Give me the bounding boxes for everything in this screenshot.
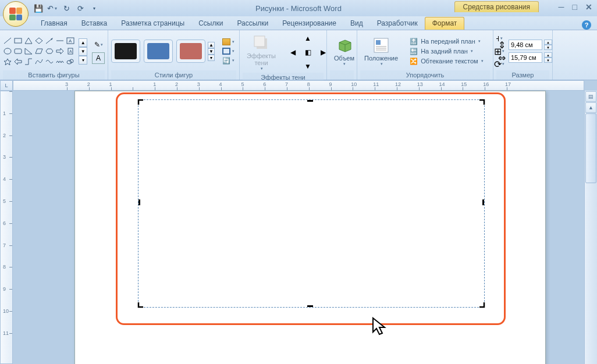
handle-bl-icon[interactable] (137, 301, 144, 308)
shape-line-icon[interactable] (3, 36, 12, 45)
shadow-effects-button[interactable]: Эффекты тени ▾ (243, 32, 280, 73)
maximize-button[interactable]: □ (573, 2, 577, 12)
text-wrap-button[interactable]: 🔀Обтекание текстом▾ (407, 56, 486, 66)
handle-tl-icon[interactable] (137, 99, 144, 106)
tab-pagelayout[interactable]: Разметка страницы (114, 17, 191, 30)
close-button[interactable]: ✕ (585, 2, 592, 12)
width-input[interactable]: 15,79 см (509, 52, 542, 63)
handle-r-icon[interactable] (480, 199, 486, 205)
help-icon[interactable]: ? (582, 20, 591, 30)
shape-rarrow-icon[interactable] (55, 47, 65, 56)
bring-front-button[interactable]: 🔝На передний план▾ (407, 37, 486, 46)
style-swatch-1[interactable] (111, 40, 140, 63)
ribbon-tabs: Главная Вставка Разметка страницы Ссылки… (0, 16, 597, 30)
position-button[interactable]: Положение ▾ (360, 34, 402, 68)
svg-line-0 (4, 38, 11, 44)
vertical-scrollbar[interactable]: ▤ ▲ (584, 91, 597, 364)
svg-line-4 (46, 39, 52, 44)
shape-larrow-icon[interactable] (13, 57, 23, 66)
tab-mailings[interactable]: Рассылки (230, 17, 275, 30)
svg-marker-14 (56, 48, 63, 54)
svg-rect-33 (307, 305, 313, 307)
style-more-icon[interactable]: ▾ (208, 55, 215, 61)
shape-curve-icon[interactable] (34, 57, 44, 66)
shape-oval-icon[interactable] (3, 47, 12, 56)
minimize-button[interactable]: ─ (559, 2, 564, 12)
shape-text-icon[interactable]: A (66, 36, 75, 45)
spin-up-icon[interactable]: ▲ (544, 52, 552, 58)
tab-references[interactable]: Ссылки (191, 17, 230, 30)
height-input[interactable]: 9,48 см (509, 40, 542, 50)
style-swatch-2[interactable] (144, 40, 173, 63)
shape-arrow-icon[interactable] (45, 36, 54, 45)
scroll-up-icon[interactable]: ▲ (585, 102, 596, 113)
shape-parallelogram-icon[interactable] (34, 47, 44, 56)
title-bar: 💾 ↶▼ ↻ ⟳ ▾ Рисунки - Microsoft Word Сред… (0, 0, 597, 16)
gallery-down-icon[interactable]: ▼ (79, 47, 87, 56)
style-up-icon[interactable]: ▲ (208, 42, 215, 48)
handle-br-icon[interactable] (478, 301, 485, 308)
tab-insert[interactable]: Вставка (74, 17, 115, 30)
shape-cloud-icon[interactable] (66, 57, 75, 66)
handle-l-icon[interactable] (137, 199, 143, 205)
shape-diamond-icon[interactable] (34, 36, 44, 45)
redo-icon[interactable]: ↻ (61, 2, 72, 14)
horizontal-ruler[interactable]: 3211234567891011121314151617 (13, 80, 584, 91)
group-label (330, 70, 354, 80)
text-box-icon[interactable]: A (92, 52, 105, 64)
office-button[interactable] (3, 1, 29, 27)
shape-fill-button[interactable]: ▾ (221, 38, 236, 46)
shape-vtext-icon[interactable]: A (66, 47, 75, 56)
group-arrange: Положение ▾ 🔝На передний план▾ 🔙На задни… (357, 30, 493, 80)
tab-view[interactable]: Вид (343, 17, 370, 30)
nudge-up-icon[interactable]: ▲ (301, 32, 315, 45)
shape-star-icon[interactable] (3, 57, 12, 66)
3d-effects-button[interactable]: Объем ▾ (330, 34, 358, 68)
handle-b-icon[interactable] (307, 303, 313, 309)
spin-up-icon[interactable]: ▲ (544, 40, 552, 45)
tab-developer[interactable]: Разработчик (370, 17, 425, 30)
shape-rect-icon[interactable] (13, 36, 23, 45)
shape-connector-icon[interactable] (24, 57, 33, 66)
ruler-toggle-icon[interactable]: ▤ (585, 91, 596, 102)
shadow-toggle-icon[interactable]: ◧ (301, 46, 315, 59)
gallery-up-icon[interactable]: ▲ (79, 38, 87, 47)
page[interactable] (74, 91, 546, 364)
group-label: Упорядочить (360, 70, 490, 80)
nudge-down-icon[interactable]: ▼ (301, 60, 315, 73)
edit-shape-icon[interactable]: ✎▾ (92, 39, 105, 51)
drawing-canvas[interactable] (138, 99, 485, 308)
undo-icon[interactable]: ↶▼ (47, 2, 58, 14)
shape-freeform-icon[interactable] (45, 57, 54, 66)
shapes-gallery[interactable]: A A (3, 36, 75, 66)
shape-line2-icon[interactable] (55, 36, 65, 45)
nudge-left-icon[interactable]: ◀ (286, 46, 300, 59)
save-icon[interactable]: 💾 (33, 2, 44, 14)
scroll-thumb[interactable] (585, 113, 596, 183)
handle-tr-icon[interactable] (478, 99, 485, 106)
qat-customize-icon[interactable]: ▾ (88, 2, 100, 14)
change-shape-button[interactable]: 🔄▾ (221, 56, 236, 65)
shape-scribble-icon[interactable] (55, 57, 65, 66)
shape-roundrect-icon[interactable] (13, 47, 23, 56)
gallery-more-icon[interactable]: ▾ (79, 56, 87, 65)
spin-down-icon[interactable]: ▼ (544, 58, 552, 63)
svg-marker-13 (46, 49, 53, 53)
ribbon: A A ▲ ▼ ▾ ✎▾ (0, 30, 597, 80)
tab-review[interactable]: Рецензирование (275, 17, 343, 30)
handle-t-icon[interactable] (307, 98, 313, 104)
send-back-button[interactable]: 🔙На задний план▾ (407, 47, 486, 56)
tab-format[interactable]: Формат (425, 17, 465, 30)
spin-down-icon[interactable]: ▼ (544, 45, 552, 50)
repeat-icon[interactable]: ⟳ (74, 2, 86, 14)
tab-selector-icon[interactable]: L (0, 80, 13, 91)
shape-hexagon-icon[interactable] (45, 47, 54, 56)
style-down-icon[interactable]: ▼ (208, 48, 215, 55)
style-swatch-3[interactable] (176, 40, 205, 63)
vertical-ruler[interactable]: 1234567891011 (0, 91, 13, 364)
tab-home[interactable]: Главная (34, 17, 74, 30)
shape-triangle-icon[interactable] (24, 36, 33, 45)
style-gallery[interactable] (111, 40, 205, 63)
shape-rtriangle-icon[interactable] (24, 47, 33, 56)
shape-outline-button[interactable]: ▾ (221, 47, 236, 55)
